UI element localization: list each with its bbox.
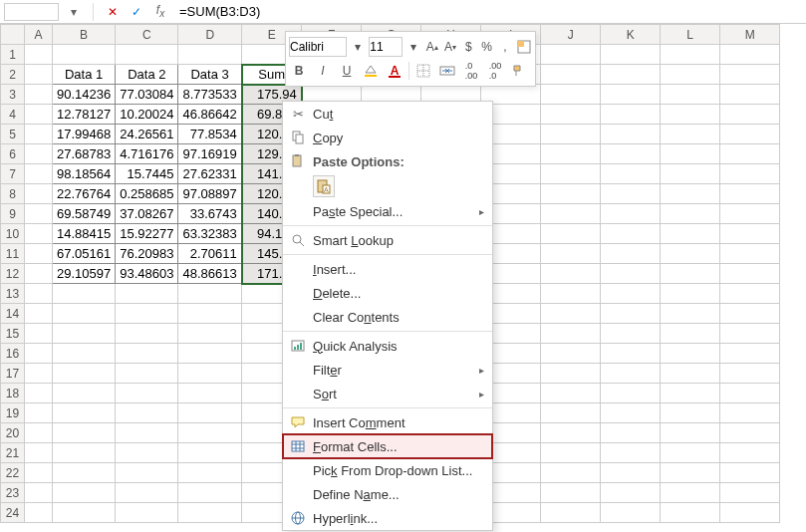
ctx-insert-comment[interactable]: Insert Comment <box>283 410 492 434</box>
row-header-16[interactable]: 16 <box>1 344 25 364</box>
cell-D3[interactable]: 8.773533 <box>178 85 242 105</box>
cell-A21[interactable] <box>25 443 53 463</box>
cell-B11[interactable]: 67.05161 <box>53 244 116 264</box>
cell-K21[interactable] <box>601 443 661 463</box>
cell-B24[interactable] <box>53 503 116 523</box>
col-header-A[interactable]: A <box>25 25 53 45</box>
cell-C4[interactable]: 10.20024 <box>116 105 178 125</box>
cell-J12[interactable] <box>541 264 601 284</box>
fx-icon[interactable]: fx <box>151 3 169 21</box>
cell-C7[interactable]: 15.7445 <box>116 164 178 184</box>
cell-K10[interactable] <box>601 224 661 244</box>
cell-L13[interactable] <box>661 284 720 304</box>
cell-B16[interactable] <box>53 344 116 364</box>
cell-B22[interactable] <box>53 463 116 483</box>
cell-J20[interactable] <box>541 423 601 443</box>
ctx-delete[interactable]: Delete... <box>283 281 492 305</box>
cell-L2[interactable] <box>661 65 720 85</box>
cell-K2[interactable] <box>601 65 661 85</box>
cell-J15[interactable] <box>541 324 601 344</box>
paste-option-default[interactable]: A <box>313 175 335 197</box>
cell-C10[interactable]: 15.92277 <box>116 224 178 244</box>
cell-K18[interactable] <box>601 384 661 403</box>
row-header-8[interactable]: 8 <box>1 184 25 204</box>
col-header-M[interactable]: M <box>720 25 780 45</box>
cell-A8[interactable] <box>25 184 53 204</box>
cell-J13[interactable] <box>541 284 601 304</box>
cell-D2[interactable]: Data 3 <box>178 65 242 85</box>
cell-D5[interactable]: 77.8534 <box>178 125 242 144</box>
enter-icon[interactable]: ✓ <box>128 3 145 21</box>
cell-D24[interactable] <box>178 503 242 523</box>
cell-J10[interactable] <box>541 224 601 244</box>
cell-K24[interactable] <box>601 503 661 523</box>
cell-L22[interactable] <box>661 463 720 483</box>
cell-A24[interactable] <box>25 503 53 523</box>
col-header-K[interactable]: K <box>601 25 661 45</box>
cell-J16[interactable] <box>541 344 601 364</box>
cell-J6[interactable] <box>541 144 601 164</box>
cell-M19[interactable] <box>720 403 780 423</box>
cell-C14[interactable] <box>116 304 178 324</box>
ctx-format-cells[interactable]: Format Cells... <box>283 434 492 458</box>
row-header-12[interactable]: 12 <box>1 264 25 284</box>
cell-L7[interactable] <box>661 164 720 184</box>
comma-format-button[interactable]: , <box>498 37 512 57</box>
row-header-4[interactable]: 4 <box>1 105 25 125</box>
cell-B18[interactable] <box>53 384 116 403</box>
col-header-D[interactable]: D <box>178 25 242 45</box>
cell-D13[interactable] <box>178 284 242 304</box>
formula-input[interactable]: =SUM(B3:D3) <box>175 4 802 19</box>
format-cells-icon[interactable] <box>516 37 532 57</box>
cell-L17[interactable] <box>661 364 720 384</box>
decrease-decimal-button[interactable]: .00.0 <box>485 61 505 81</box>
cell-B1[interactable] <box>53 45 116 65</box>
row-header-13[interactable]: 13 <box>1 284 25 304</box>
cell-L10[interactable] <box>661 224 720 244</box>
cell-D23[interactable] <box>178 483 242 503</box>
cell-J21[interactable] <box>541 443 601 463</box>
cell-K14[interactable] <box>601 304 661 324</box>
col-header-L[interactable]: L <box>661 25 720 45</box>
cell-K17[interactable] <box>601 364 661 384</box>
row-header-23[interactable]: 23 <box>1 483 25 503</box>
row-header-22[interactable]: 22 <box>1 463 25 483</box>
cell-D22[interactable] <box>178 463 242 483</box>
row-header-21[interactable]: 21 <box>1 443 25 463</box>
cell-L20[interactable] <box>661 423 720 443</box>
cancel-icon[interactable]: ✕ <box>104 3 122 21</box>
cell-C9[interactable]: 37.08267 <box>116 204 178 224</box>
ctx-sort[interactable]: Sort <box>283 382 492 405</box>
select-all-corner[interactable] <box>1 25 25 45</box>
cell-K12[interactable] <box>601 264 661 284</box>
ctx-filter[interactable]: Filter <box>283 358 492 382</box>
cell-M20[interactable] <box>720 423 780 443</box>
cell-A18[interactable] <box>25 384 53 403</box>
ctx-copy[interactable]: Copy <box>283 126 492 149</box>
cell-B9[interactable]: 69.58749 <box>53 204 116 224</box>
cell-C13[interactable] <box>116 284 178 304</box>
cell-D14[interactable] <box>178 304 242 324</box>
font-color-button[interactable]: A <box>385 61 404 81</box>
cell-B8[interactable]: 22.76764 <box>53 184 116 204</box>
cell-K4[interactable] <box>601 105 661 125</box>
cell-M3[interactable] <box>720 85 780 105</box>
ctx-smart-lookup[interactable]: Smart Lookup <box>283 228 492 252</box>
cell-B7[interactable]: 98.18564 <box>53 164 116 184</box>
cell-B12[interactable]: 29.10597 <box>53 264 116 284</box>
cell-C21[interactable] <box>116 443 178 463</box>
cell-M5[interactable] <box>720 125 780 144</box>
row-header-14[interactable]: 14 <box>1 304 25 324</box>
cell-A14[interactable] <box>25 304 53 324</box>
cell-J22[interactable] <box>541 463 601 483</box>
row-header-20[interactable]: 20 <box>1 423 25 443</box>
col-header-B[interactable]: B <box>53 25 116 45</box>
cell-J4[interactable] <box>541 105 601 125</box>
cell-L18[interactable] <box>661 384 720 403</box>
col-header-J[interactable]: J <box>541 25 601 45</box>
cell-M7[interactable] <box>720 164 780 184</box>
cell-L6[interactable] <box>661 144 720 164</box>
cell-J9[interactable] <box>541 204 601 224</box>
cell-C12[interactable]: 93.48603 <box>116 264 178 284</box>
cell-C3[interactable]: 77.03084 <box>116 85 178 105</box>
